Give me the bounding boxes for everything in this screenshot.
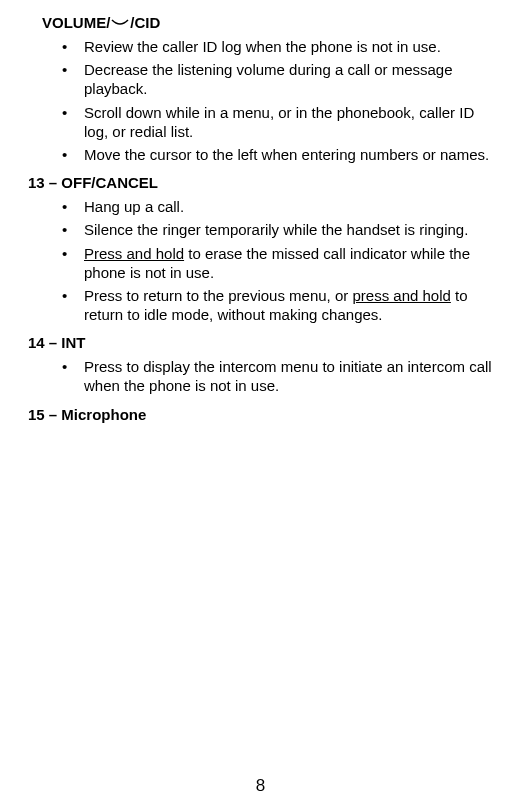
underlined-text: press and hold [352, 287, 450, 304]
volume-header-pre: VOLUME/ [42, 14, 110, 31]
list-item: Decrease the listening volume during a c… [62, 60, 493, 98]
down-arc-icon [111, 14, 129, 31]
list-text: Review the caller ID log when the phone … [84, 38, 441, 55]
volume-header-post: /CID [130, 14, 160, 31]
list-item: Press to display the intercom menu to in… [62, 357, 493, 395]
int-bullet-list: Press to display the intercom menu to in… [28, 357, 493, 395]
list-item: Silence the ringer temporarily while the… [62, 220, 493, 239]
list-text: Press to return to the previous menu, or [84, 287, 352, 304]
underlined-text: Press and hold [84, 245, 184, 262]
page-number: 8 [0, 776, 521, 796]
list-text: Silence the ringer temporarily while the… [84, 221, 468, 238]
section-header-off-cancel: 13 – OFF/CANCEL [28, 174, 493, 191]
page-container: VOLUME/ /CID Review the caller ID log wh… [0, 0, 521, 812]
list-text: Press to display the intercom menu to in… [84, 358, 492, 394]
list-item: Press and hold to erase the missed call … [62, 244, 493, 282]
section-header-microphone: 15 – Microphone [28, 406, 493, 423]
list-text: Hang up a call. [84, 198, 184, 215]
section-header-int: 14 – INT [28, 334, 493, 351]
off-cancel-bullet-list: Hang up a call. Silence the ringer tempo… [28, 197, 493, 324]
volume-bullet-list: Review the caller ID log when the phone … [28, 37, 493, 164]
list-item: Press to return to the previous menu, or… [62, 286, 493, 324]
list-item: Hang up a call. [62, 197, 493, 216]
list-item: Review the caller ID log when the phone … [62, 37, 493, 56]
section-header-volume: VOLUME/ /CID [28, 14, 493, 31]
list-text: Move the cursor to the left when enterin… [84, 146, 489, 163]
list-item: Scroll down while in a menu, or in the p… [62, 103, 493, 141]
list-item: Move the cursor to the left when enterin… [62, 145, 493, 164]
list-text: Decrease the listening volume during a c… [84, 61, 453, 97]
list-text: Scroll down while in a menu, or in the p… [84, 104, 474, 140]
